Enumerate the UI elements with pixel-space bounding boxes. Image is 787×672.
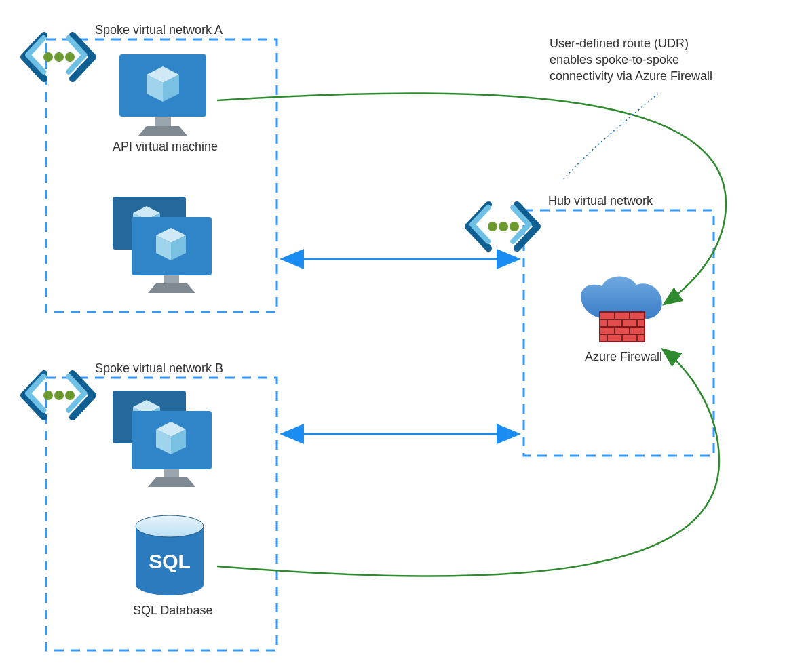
svg-point-7	[499, 222, 508, 231]
sql-database-icon: SQL	[136, 515, 204, 595]
svg-rect-28	[164, 469, 179, 477]
annotation-line2: enables spoke-to-spoke	[550, 53, 679, 67]
sql-db-label: SQL Database	[133, 604, 212, 618]
vm-group-b-icon	[113, 391, 212, 487]
vnet-icon-hub	[468, 205, 537, 248]
firewall-label: Azure Firewall	[585, 350, 662, 364]
svg-point-4	[54, 391, 64, 400]
svg-point-6	[488, 222, 497, 231]
annotation-line1: User-defined route (UDR)	[550, 37, 689, 51]
svg-point-5	[65, 391, 75, 400]
udr-arrow-to-firewall-bottom	[217, 350, 719, 576]
hub-title: Hub virtual network	[548, 194, 653, 208]
svg-rect-10	[155, 117, 171, 126]
svg-text:SQL: SQL	[149, 550, 191, 572]
annotation-line3: connectivity via Azure Firewall	[550, 69, 712, 83]
api-vm-label: API virtual machine	[113, 140, 218, 154]
svg-rect-19	[164, 275, 179, 283]
vm-group-a-icon	[113, 197, 212, 293]
api-vm-icon	[119, 54, 206, 136]
svg-point-0	[43, 52, 53, 62]
svg-point-2	[65, 52, 75, 62]
spoke-a-title: Spoke virtual network A	[95, 23, 223, 37]
spoke-b-title: Spoke virtual network B	[95, 361, 223, 376]
azure-firewall-icon	[581, 277, 662, 342]
vnet-icon-spoke-a	[24, 35, 93, 79]
svg-point-1	[54, 52, 64, 62]
annotation-leader	[563, 94, 658, 180]
svg-point-3	[43, 391, 53, 400]
svg-point-8	[510, 222, 519, 231]
vnet-icon-spoke-b	[24, 374, 93, 417]
